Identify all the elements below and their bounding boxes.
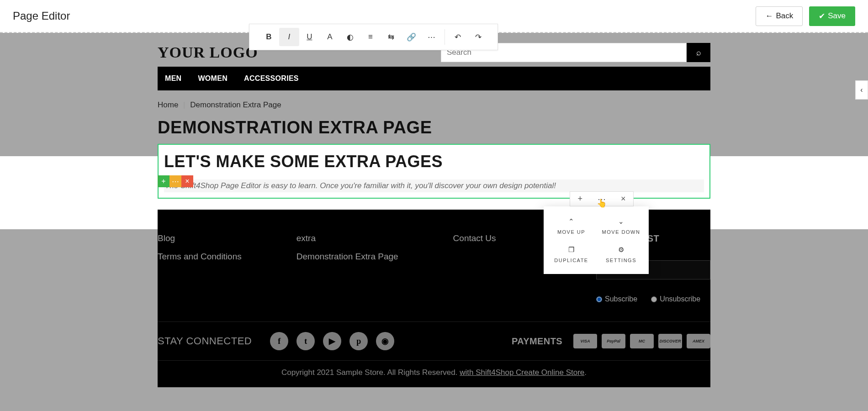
breadcrumb-sep: | bbox=[183, 100, 185, 109]
logo: YOUR LOGO bbox=[158, 44, 258, 61]
align-button[interactable]: ≡ bbox=[360, 28, 381, 46]
footer-link-contact[interactable]: Contact Us bbox=[453, 233, 496, 243]
copyright-link[interactable]: with Shift4Shop Create Online Store bbox=[460, 368, 584, 377]
block-tools: + ⋯ × bbox=[158, 175, 193, 187]
save-label: Save bbox=[828, 11, 846, 21]
pinterest-icon[interactable]: p bbox=[349, 332, 368, 350]
payments-label: PAYMENTS bbox=[512, 336, 562, 347]
more-button[interactable]: ⋯ bbox=[421, 28, 442, 46]
footer-col-2: extra Demonstration Extra Page bbox=[296, 233, 398, 303]
duplicate-label: DUPLICATE bbox=[554, 258, 588, 263]
search-icon: ⌕ bbox=[696, 48, 701, 58]
breadcrumb: Home | Demonstration Extra Page bbox=[158, 90, 710, 118]
move-down-label: MOVE DOWN bbox=[602, 229, 640, 235]
site-page-title: DEMONSTRATION EXTRA PAGE bbox=[158, 118, 710, 142]
block-more-button[interactable]: ⋯ bbox=[169, 175, 181, 187]
separator bbox=[445, 29, 445, 45]
chevron-up-icon: ⌃ bbox=[568, 217, 574, 226]
bold-button[interactable]: B bbox=[259, 28, 279, 46]
breadcrumb-home[interactable]: Home bbox=[158, 100, 178, 109]
gear-icon: ⚙ bbox=[618, 246, 624, 254]
social-icons: f t ▶ p ◉ bbox=[270, 332, 394, 350]
ctx-close-button[interactable]: × bbox=[621, 194, 626, 204]
block-heading[interactable]: LET'S MAKE SOME EXTRA PAGES bbox=[164, 152, 704, 171]
save-button[interactable]: ✔ Save bbox=[809, 6, 855, 26]
card-visa: VISA bbox=[573, 334, 597, 348]
footer-link-blog[interactable]: Blog bbox=[158, 233, 242, 243]
topbar-actions: ← Back ✔ Save bbox=[756, 6, 855, 26]
subscribe-radios: Subscribe Unsubscribe bbox=[596, 295, 710, 303]
rte-toolbar: B I U A ◐ ≡ ⇆ 🔗 ⋯ ↶ ↷ bbox=[249, 24, 498, 50]
footer-col-3: Contact Us bbox=[453, 233, 496, 303]
stay-connected-label: STAY CONNECTED bbox=[158, 335, 252, 347]
nav-men[interactable]: MEN bbox=[165, 74, 181, 83]
check-icon: ✔ bbox=[819, 11, 825, 21]
plus-icon: + bbox=[161, 177, 165, 185]
block-body[interactable]: The Shift4Shop Page Editor is easy to le… bbox=[164, 179, 704, 192]
card-paypal: PayPal bbox=[602, 334, 625, 348]
side-panel-toggle[interactable]: ‹ bbox=[855, 80, 868, 100]
footer-link-extra[interactable]: extra bbox=[296, 233, 398, 243]
facebook-icon[interactable]: f bbox=[270, 332, 288, 350]
youtube-icon[interactable]: ▶ bbox=[323, 332, 341, 350]
ctx-more-button[interactable]: ⋯ bbox=[598, 194, 606, 204]
card-mastercard: MC bbox=[630, 334, 654, 348]
subscribe-option[interactable]: Subscribe bbox=[596, 295, 637, 303]
payments: PAYMENTS VISA PayPal MC DISCOVER AMEX bbox=[512, 334, 710, 348]
ctx-add-button[interactable]: + bbox=[577, 194, 582, 204]
footer-strip: STAY CONNECTED f t ▶ p ◉ PAYMENTS VISA P… bbox=[158, 322, 710, 360]
card-amex: AMEX bbox=[687, 334, 710, 348]
copyright: Copyright 2021 Sample Store. All Rights … bbox=[158, 361, 710, 377]
redo-button[interactable]: ↷ bbox=[468, 28, 488, 46]
context-panel: ⌃ MOVE UP ⌄ MOVE DOWN ❐ DUPLICATE ⚙ SETT… bbox=[544, 206, 649, 274]
undo-button[interactable]: ↶ bbox=[448, 28, 468, 46]
back-button[interactable]: ← Back bbox=[756, 6, 803, 26]
settings-button[interactable]: ⚙ SETTINGS bbox=[596, 240, 646, 269]
footer-link-terms[interactable]: Terms and Conditions bbox=[158, 252, 242, 262]
context-bar: + ⋯ × bbox=[570, 191, 634, 206]
search-button[interactable]: ⌕ bbox=[687, 43, 710, 62]
contrast-button[interactable]: ◐ bbox=[340, 28, 360, 46]
subscribe-radio[interactable] bbox=[596, 296, 602, 302]
font-button[interactable]: A bbox=[320, 28, 340, 46]
editable-text-block[interactable]: LET'S MAKE SOME EXTRA PAGES The Shift4Sh… bbox=[158, 144, 710, 199]
italic-button[interactable]: I bbox=[279, 28, 300, 46]
block-delete-button[interactable]: × bbox=[181, 175, 193, 187]
nav-women[interactable]: WOMEN bbox=[198, 74, 228, 83]
nav-accessories[interactable]: ACCESSORIES bbox=[244, 74, 299, 83]
close-icon: × bbox=[185, 177, 189, 185]
unsubscribe-radio[interactable] bbox=[651, 296, 657, 302]
canvas: YOUR LOGO ⌕ MEN WOMEN ACCESSORIES Home |… bbox=[0, 33, 868, 387]
footer-col-1: Blog Terms and Conditions bbox=[158, 233, 242, 303]
move-up-label: MOVE UP bbox=[557, 229, 585, 235]
dots-icon: ⋯ bbox=[172, 177, 179, 186]
settings-label: SETTINGS bbox=[606, 258, 636, 263]
underline-button[interactable]: U bbox=[299, 28, 320, 46]
arrow-left-icon: ← bbox=[765, 11, 773, 21]
indent-button[interactable]: ⇆ bbox=[381, 28, 401, 46]
footer-link-demo[interactable]: Demonstration Extra Page bbox=[296, 252, 398, 262]
breadcrumb-current: Demonstration Extra Page bbox=[190, 100, 281, 109]
back-label: Back bbox=[776, 11, 793, 21]
duplicate-icon: ❐ bbox=[568, 246, 574, 254]
card-discover: DISCOVER bbox=[658, 334, 682, 348]
duplicate-button[interactable]: ❐ DUPLICATE bbox=[546, 240, 596, 269]
block-add-button[interactable]: + bbox=[158, 175, 169, 187]
move-down-button[interactable]: ⌄ MOVE DOWN bbox=[596, 212, 646, 240]
unsubscribe-option[interactable]: Unsubscribe bbox=[651, 295, 700, 303]
chevron-down-icon: ⌄ bbox=[618, 217, 624, 226]
move-up-button[interactable]: ⌃ MOVE UP bbox=[546, 212, 596, 240]
main-nav: MEN WOMEN ACCESSORIES bbox=[158, 67, 710, 90]
instagram-icon[interactable]: ◉ bbox=[376, 332, 394, 350]
twitter-icon[interactable]: t bbox=[296, 332, 315, 350]
link-button[interactable]: 🔗 bbox=[401, 28, 422, 46]
page-title: Page Editor bbox=[13, 10, 70, 22]
